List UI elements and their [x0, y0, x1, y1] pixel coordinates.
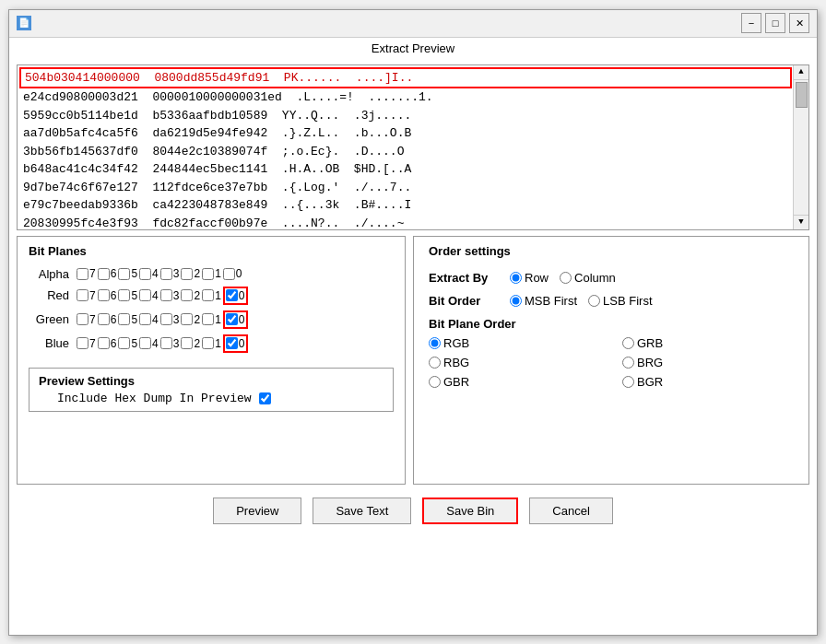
lsb-first-option: LSB First	[588, 294, 652, 308]
preview-button[interactable]: Preview	[213, 498, 301, 524]
msb-first-radio[interactable]	[510, 295, 522, 307]
bgr-radio[interactable]	[622, 376, 634, 388]
green-bit2-checkbox[interactable]	[181, 313, 193, 325]
green-bit7: 7	[77, 313, 96, 326]
blue-bit0-checkbox[interactable]	[226, 337, 238, 349]
extract-by-row-label: Row	[525, 271, 549, 285]
extract-by-row: Extract By Row Column	[429, 271, 794, 285]
blue-bit4-checkbox[interactable]	[139, 337, 151, 349]
preview-area[interactable]: 504b030414000000 0800dd855d49fd91 PK....…	[17, 64, 809, 230]
bit-plane-order-section: Bit Plane Order RGB GRB RBG	[429, 317, 794, 389]
red-bit0-checkbox[interactable]	[226, 289, 238, 301]
rgb-label: RGB	[443, 336, 469, 350]
green-bit3-checkbox[interactable]	[160, 313, 172, 325]
alpha-bit2-checkbox[interactable]	[181, 268, 193, 280]
red-bit1-checkbox[interactable]	[202, 289, 214, 301]
grb-label: GRB	[637, 336, 663, 350]
alpha-bit0-checkbox[interactable]	[223, 268, 235, 280]
red-bit7-checkbox[interactable]	[77, 289, 88, 301]
red-bit3-checkbox[interactable]	[160, 289, 172, 301]
alpha-bit3-checkbox[interactable]	[160, 268, 172, 280]
bit-order-group: MSB First LSB First	[510, 294, 653, 308]
red-bit0: 0	[223, 287, 248, 305]
alpha-bit4: 4	[139, 267, 159, 280]
bit-plane-order-label: Bit Plane Order	[429, 317, 794, 331]
blue-bit5-checkbox[interactable]	[118, 337, 130, 349]
content-area: 504b030414000000 0800dd855d49fd91 PK....…	[9, 61, 817, 635]
red-row: Red 7 6 5 4 3 2 1 0	[29, 287, 394, 305]
alpha-bit4-checkbox[interactable]	[139, 268, 151, 280]
maximize-button[interactable]: □	[765, 13, 785, 33]
preview-settings-title: Preview Settings	[39, 374, 384, 388]
alpha-bit5-checkbox[interactable]	[118, 268, 130, 280]
green-label: Green	[29, 312, 69, 326]
blue-bit6-checkbox[interactable]	[98, 337, 110, 349]
lsb-first-radio[interactable]	[588, 295, 600, 307]
extract-by-column-option: Column	[560, 271, 616, 285]
green-bit4-checkbox[interactable]	[139, 313, 151, 325]
cancel-button[interactable]: Cancel	[529, 498, 612, 524]
lsb-first-label: LSB First	[603, 294, 652, 308]
red-bit4-checkbox[interactable]	[139, 289, 151, 301]
red-bit6: 6	[98, 289, 117, 302]
minimize-button[interactable]: −	[741, 13, 761, 33]
green-bit1-checkbox[interactable]	[202, 313, 214, 325]
alpha-label: Alpha	[29, 267, 69, 281]
close-button[interactable]: ✕	[789, 13, 809, 33]
scroll-thumb[interactable]	[796, 82, 808, 108]
alpha-bit3: 3	[160, 267, 180, 280]
extract-by-column-label: Column	[574, 271, 616, 285]
green-bit6: 6	[98, 313, 117, 326]
bit-order-label: Bit Order	[429, 294, 502, 308]
grb-radio[interactable]	[622, 337, 634, 349]
scroll-down-arrow[interactable]: ▼	[794, 215, 808, 229]
alpha-checkboxes: 7 6 5 4 3 2 1 0	[77, 267, 242, 280]
blue-bit7-checkbox[interactable]	[77, 337, 88, 349]
bit-order-row: Bit Order MSB First LSB First	[429, 294, 794, 308]
save-text-button[interactable]: Save Text	[313, 498, 411, 524]
green-bit5-checkbox[interactable]	[118, 313, 130, 325]
save-bin-button[interactable]: Save Bin	[422, 498, 518, 524]
preview-line: e79c7beedab9336b ca4223048783e849 ..{...…	[19, 196, 792, 215]
red-bit5-checkbox[interactable]	[118, 289, 130, 301]
alpha-bit2: 2	[181, 267, 200, 280]
red-bit6-checkbox[interactable]	[98, 289, 110, 301]
red-bit2-checkbox[interactable]	[181, 289, 193, 301]
gbr-radio[interactable]	[429, 376, 441, 388]
scrollbar[interactable]: ▲ ▼	[793, 65, 808, 229]
rgb-radio[interactable]	[429, 337, 441, 349]
blue-bit3-checkbox[interactable]	[160, 337, 172, 349]
extract-by-row-radio[interactable]	[510, 272, 522, 284]
hex-dump-checkbox[interactable]	[259, 392, 271, 404]
green-bit0: 0	[223, 310, 248, 329]
alpha-bit7-checkbox[interactable]	[77, 268, 88, 280]
green-checkboxes: 7 6 5 4 3 2 1 0	[77, 310, 248, 329]
green-bit6-checkbox[interactable]	[98, 313, 110, 325]
blue-bit2: 2	[181, 337, 200, 350]
title-bar-left: 📄	[17, 16, 31, 30]
bgr-option: BGR	[622, 375, 794, 389]
scroll-up-arrow[interactable]: ▲	[794, 65, 808, 80]
rbg-radio[interactable]	[429, 357, 441, 369]
preview-line: aa7d0b5afc4ca5f6 da6219d5e94fe942 .}.Z.L…	[19, 124, 792, 143]
grb-option: GRB	[622, 336, 794, 350]
blue-row: Blue 7 6 5 4 3 2 1 0	[29, 334, 394, 353]
preview-line: 504b030414000000 0800dd855d49fd91 PK....…	[19, 67, 792, 89]
brg-radio[interactable]	[622, 357, 634, 369]
blue-bit1-checkbox[interactable]	[202, 337, 214, 349]
order-settings-title: Order settings	[429, 244, 794, 258]
brg-option: BRG	[622, 356, 794, 369]
alpha-bit6-checkbox[interactable]	[98, 268, 110, 280]
blue-bit4: 4	[139, 337, 159, 350]
green-bit7-checkbox[interactable]	[77, 313, 88, 325]
green-row: Green 7 6 5 4 3 2 1 0	[29, 310, 394, 329]
blue-bit1: 1	[202, 337, 221, 350]
alpha-bit1-checkbox[interactable]	[202, 268, 214, 280]
blue-bit7: 7	[77, 337, 96, 350]
preview-line: 9d7be74c6f67e127 112fdce6ce37e7bb .{.Log…	[19, 179, 792, 197]
blue-bit2-checkbox[interactable]	[181, 337, 193, 349]
main-window: 📄 − □ ✕ Extract Preview 504b030414000000…	[8, 9, 818, 636]
brg-label: BRG	[637, 356, 663, 369]
green-bit0-checkbox[interactable]	[226, 313, 238, 325]
extract-by-column-radio[interactable]	[560, 272, 572, 284]
